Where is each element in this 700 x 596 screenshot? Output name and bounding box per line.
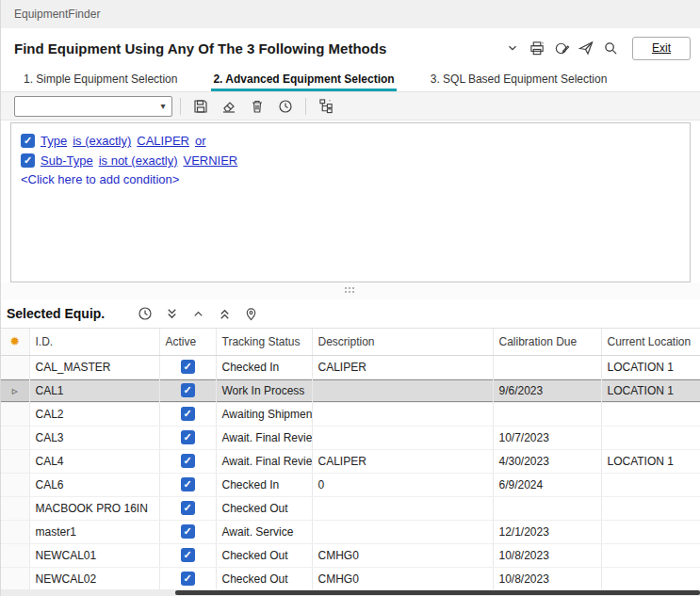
active-checkbox[interactable]: ✓ bbox=[181, 524, 195, 539]
cell-id[interactable]: CAL3 bbox=[29, 426, 159, 449]
location-pin-icon[interactable] bbox=[238, 302, 263, 325]
column-header-id[interactable]: I.D. bbox=[29, 329, 159, 355]
table-row[interactable]: CAL4 ✓ Await. Final Review CALIPER 4/30/… bbox=[1, 449, 700, 473]
cell-current-location[interactable]: LOCATION 1 bbox=[601, 355, 700, 379]
cell-calibration-due[interactable]: 10/8/2023 bbox=[493, 567, 601, 589]
condition-conjunction[interactable]: or bbox=[195, 134, 206, 148]
cell-current-location[interactable] bbox=[601, 567, 700, 589]
condition-checkbox[interactable]: ✓ bbox=[21, 134, 35, 148]
send-icon[interactable] bbox=[574, 37, 598, 59]
cell-calibration-due[interactable]: 4/30/2023 bbox=[493, 449, 601, 473]
row-selector[interactable] bbox=[1, 402, 29, 426]
cell-calibration-due[interactable]: 10/7/2023 bbox=[493, 426, 601, 449]
cell-description[interactable]: CMHG0 bbox=[312, 543, 493, 567]
active-checkbox[interactable]: ✓ bbox=[181, 430, 195, 444]
combo-chevron-icon[interactable]: ▾ bbox=[155, 101, 171, 111]
history-icon[interactable] bbox=[133, 302, 157, 325]
table-row[interactable]: NEWCAL02 ✓ Checked Out CMHG0 10/8/2023 bbox=[1, 567, 700, 589]
row-selector[interactable] bbox=[1, 449, 29, 473]
column-header-description[interactable]: Description bbox=[312, 329, 493, 355]
cell-calibration-due[interactable]: 9/6/2023 bbox=[493, 379, 601, 402]
cell-description[interactable] bbox=[312, 379, 493, 402]
sun-customize-icon[interactable]: ✹ bbox=[9, 334, 20, 348]
filter-history-icon[interactable] bbox=[273, 95, 298, 118]
cell-description[interactable] bbox=[312, 426, 493, 449]
condition-value[interactable]: CALIPER bbox=[137, 134, 189, 148]
tab-advanced-selection[interactable]: 2. Advanced Equipment Selection bbox=[211, 69, 396, 91]
active-checkbox[interactable]: ✓ bbox=[181, 383, 195, 397]
table-row[interactable]: CAL2 ✓ Awaiting Shipment bbox=[1, 402, 700, 426]
cell-description[interactable]: CMHG0 bbox=[312, 567, 493, 589]
cell-current-location[interactable] bbox=[601, 496, 700, 520]
row-selector[interactable] bbox=[1, 426, 29, 449]
up-chevron-icon[interactable] bbox=[186, 302, 210, 325]
cell-id[interactable]: CAL1 bbox=[29, 379, 159, 402]
cell-current-location[interactable] bbox=[601, 402, 700, 426]
delete-filter-icon[interactable] bbox=[245, 95, 269, 118]
scrollbar-thumb[interactable] bbox=[175, 590, 700, 595]
cell-description[interactable]: CALIPER bbox=[312, 355, 493, 379]
cell-description[interactable] bbox=[312, 402, 493, 426]
cell-calibration-due[interactable]: 6/9/2024 bbox=[493, 473, 601, 496]
cell-calibration-due[interactable] bbox=[493, 402, 601, 426]
active-checkbox[interactable]: ✓ bbox=[181, 360, 195, 374]
row-selector[interactable] bbox=[1, 567, 29, 589]
cell-current-location[interactable] bbox=[601, 473, 700, 496]
active-checkbox[interactable]: ✓ bbox=[181, 501, 195, 515]
condition-value[interactable]: VERNIER bbox=[183, 153, 237, 168]
grid-corner-cell[interactable]: ✹ bbox=[1, 329, 29, 355]
column-header-current-location[interactable]: Current Location bbox=[601, 329, 700, 355]
cell-tracking-status[interactable]: Checked In bbox=[216, 355, 312, 379]
column-header-active[interactable]: Active bbox=[159, 329, 216, 355]
cell-tracking-status[interactable]: Work In Process bbox=[216, 379, 312, 402]
active-checkbox[interactable]: ✓ bbox=[181, 572, 195, 586]
row-selector[interactable] bbox=[1, 355, 29, 379]
print-icon[interactable] bbox=[525, 37, 549, 59]
cell-id[interactable]: master1 bbox=[29, 520, 159, 543]
cell-tracking-status[interactable]: Await. Final Review bbox=[216, 426, 312, 449]
active-checkbox[interactable]: ✓ bbox=[181, 454, 195, 468]
cell-id[interactable]: NEWCAL01 bbox=[29, 543, 159, 567]
add-condition-link[interactable]: <Click here to add condition> bbox=[21, 172, 680, 186]
cell-description[interactable] bbox=[312, 496, 493, 520]
row-selector[interactable] bbox=[1, 543, 29, 567]
tab-simple-selection[interactable]: 1. Simple Equipment Selection bbox=[22, 69, 179, 91]
cell-description[interactable]: CALIPER bbox=[312, 449, 493, 473]
active-checkbox[interactable]: ✓ bbox=[181, 477, 195, 491]
table-row[interactable]: CAL6 ✓ Checked In 0 6/9/2024 bbox=[1, 473, 700, 496]
condition-field[interactable]: Sub-Type bbox=[41, 153, 93, 168]
cell-id[interactable]: CAL6 bbox=[29, 473, 159, 496]
cell-calibration-due[interactable] bbox=[493, 355, 601, 379]
active-checkbox[interactable]: ✓ bbox=[181, 548, 195, 562]
table-row[interactable]: ▹ CAL1 ✓ Work In Process 9/6/2023 LOCATI… bbox=[1, 379, 700, 402]
condition-operator[interactable]: is (exactly) bbox=[73, 134, 131, 148]
cell-tracking-status[interactable]: Await. Final Review bbox=[216, 449, 312, 473]
overflow-chevron-icon[interactable] bbox=[500, 37, 525, 59]
cell-calibration-due[interactable]: 12/1/2023 bbox=[493, 520, 601, 543]
cell-id[interactable]: CAL2 bbox=[29, 402, 159, 426]
double-up-chevron-icon[interactable] bbox=[212, 302, 236, 325]
horizontal-splitter[interactable] bbox=[1, 282, 700, 299]
tab-sql-selection[interactable]: 3. SQL Based Equipment Selection bbox=[429, 69, 610, 91]
cell-id[interactable]: MACBOOK PRO 16IN bbox=[29, 496, 159, 520]
horizontal-scrollbar[interactable] bbox=[1, 589, 700, 596]
condition-field[interactable]: Type bbox=[41, 134, 67, 148]
cell-tracking-status[interactable]: Checked Out bbox=[216, 496, 312, 520]
cell-current-location[interactable] bbox=[601, 426, 700, 449]
column-header-tracking-status[interactable]: Tracking Status bbox=[216, 329, 312, 355]
cell-current-location[interactable]: LOCATION 1 bbox=[601, 449, 700, 473]
column-header-calibration-due[interactable]: Calibration Due bbox=[493, 329, 601, 355]
active-checkbox[interactable]: ✓ bbox=[181, 407, 195, 421]
table-row[interactable]: master1 ✓ Await. Service 12/1/2023 bbox=[1, 520, 700, 543]
cell-tracking-status[interactable]: Checked Out bbox=[216, 543, 312, 567]
exit-button[interactable]: Exit bbox=[632, 37, 691, 60]
row-selector[interactable] bbox=[1, 520, 29, 543]
cell-current-location[interactable] bbox=[601, 543, 700, 567]
cell-id[interactable]: CAL4 bbox=[29, 449, 159, 473]
condition-checkbox[interactable]: ✓ bbox=[21, 153, 35, 168]
save-filter-icon[interactable] bbox=[188, 95, 213, 118]
row-selector[interactable] bbox=[1, 473, 29, 496]
cell-tracking-status[interactable]: Checked In bbox=[216, 473, 312, 496]
cell-id[interactable]: NEWCAL02 bbox=[29, 567, 159, 589]
edit-options-icon[interactable] bbox=[549, 37, 574, 59]
